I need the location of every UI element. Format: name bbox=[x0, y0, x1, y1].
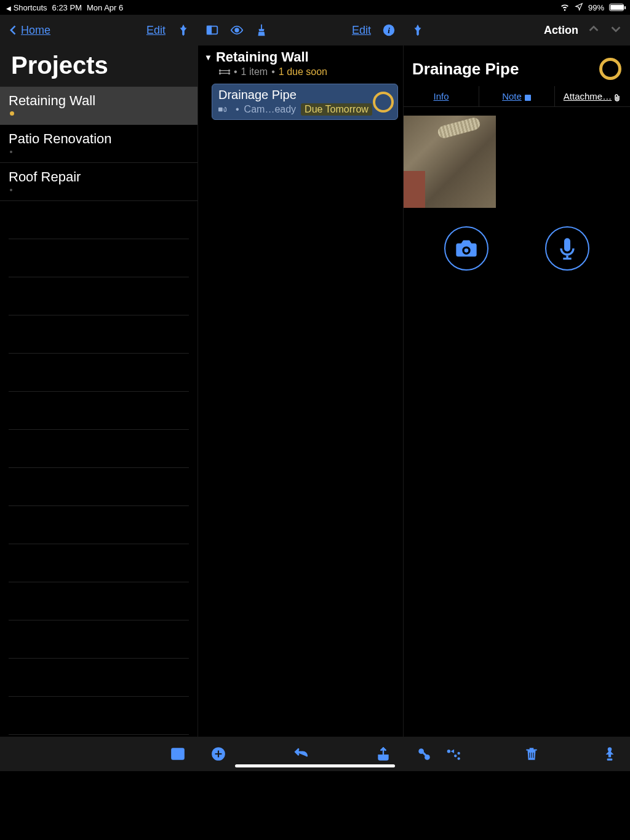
attachments-area bbox=[404, 107, 630, 289]
note-indicator-icon bbox=[524, 93, 532, 100]
projects-list: Retaining Wall Patio Renovation Roof Rep… bbox=[0, 87, 197, 737]
projects-pane: Home Edit Projects Retaining Wall Patio … bbox=[0, 15, 198, 737]
group-title: Retaining Wall bbox=[216, 49, 309, 65]
terminal-icon[interactable] bbox=[170, 746, 186, 762]
empty-row bbox=[9, 506, 189, 544]
task-title: Drainage Pipe bbox=[218, 88, 393, 102]
empty-row bbox=[9, 582, 189, 620]
svg-point-2 bbox=[235, 28, 239, 32]
empty-row bbox=[9, 239, 189, 277]
svg-rect-11 bbox=[218, 108, 223, 112]
empty-row bbox=[9, 544, 189, 582]
empty-row bbox=[9, 468, 189, 506]
project-row[interactable]: Retaining Wall bbox=[0, 87, 197, 125]
info-icon[interactable]: i bbox=[382, 23, 396, 37]
battery-icon bbox=[609, 4, 624, 11]
attachment-thumbnail[interactable] bbox=[404, 116, 496, 208]
sidebar-toggle-icon[interactable] bbox=[205, 23, 219, 37]
svg-point-8 bbox=[228, 70, 229, 71]
projects-nav: Home Edit bbox=[0, 15, 197, 46]
task-due-badge: Due Tomorrow bbox=[301, 103, 372, 116]
pin-icon[interactable] bbox=[411, 23, 425, 37]
empty-row bbox=[9, 430, 189, 468]
empty-row bbox=[9, 277, 189, 315]
project-name: Retaining Wall bbox=[9, 93, 189, 109]
svg-point-19 bbox=[447, 750, 450, 753]
add-button[interactable] bbox=[210, 746, 226, 762]
project-status-dot bbox=[10, 111, 14, 116]
svg-point-20 bbox=[454, 755, 457, 757]
due-soon-badge: 1 due soon bbox=[279, 66, 327, 77]
svg-rect-12 bbox=[525, 95, 531, 101]
eye-icon[interactable] bbox=[230, 23, 244, 37]
trash-button[interactable] bbox=[524, 746, 540, 762]
back-to-app[interactable]: ◀ Shortcuts bbox=[6, 3, 47, 12]
microphone-button[interactable] bbox=[545, 226, 589, 271]
projects-title: Projects bbox=[0, 46, 197, 87]
empty-row bbox=[9, 659, 189, 697]
project-name: Patio Renovation bbox=[9, 131, 189, 147]
pin-icon[interactable] bbox=[177, 23, 190, 37]
cleanup-icon[interactable] bbox=[255, 23, 268, 37]
parallel-icon bbox=[219, 66, 230, 77]
back-home-button[interactable]: Home bbox=[7, 24, 50, 37]
disclosure-triangle-icon[interactable]: ▼ bbox=[204, 53, 212, 62]
project-row[interactable]: Roof Repair bbox=[0, 163, 197, 201]
tasks-edit-button[interactable]: Edit bbox=[352, 24, 371, 37]
empty-row bbox=[9, 392, 189, 430]
svg-rect-1 bbox=[207, 26, 211, 34]
svg-point-10 bbox=[228, 73, 229, 74]
share-button[interactable] bbox=[375, 746, 391, 762]
wifi-icon bbox=[560, 2, 570, 14]
item-count: 1 item bbox=[241, 66, 268, 77]
action-label: Action bbox=[544, 24, 578, 37]
status-time: 6:23 PM bbox=[52, 3, 82, 12]
svg-point-22 bbox=[458, 757, 460, 759]
task-card[interactable]: Drainage Pipe • Cam…eady Due Tomorrow bbox=[212, 84, 398, 120]
detail-title: Drainage Pipe bbox=[412, 60, 519, 79]
svg-rect-25 bbox=[607, 759, 613, 761]
svg-rect-13 bbox=[172, 748, 184, 759]
detail-tabs: Info Note Attachme… bbox=[404, 86, 630, 107]
detail-pane: Action Drainage Pipe Info Note bbox=[404, 15, 630, 737]
attachment-indicator-icon bbox=[614, 93, 621, 100]
svg-point-7 bbox=[219, 70, 220, 71]
tab-attachments[interactable]: Attachme… bbox=[555, 86, 630, 106]
empty-row bbox=[9, 315, 189, 354]
camera-button[interactable] bbox=[444, 226, 488, 271]
upload-icon[interactable] bbox=[602, 746, 618, 762]
tab-note[interactable]: Note bbox=[479, 86, 555, 106]
project-name: Roof Repair bbox=[9, 169, 189, 185]
undo-button[interactable] bbox=[293, 746, 309, 762]
location-icon bbox=[575, 2, 583, 13]
status-date: Mon Apr 6 bbox=[87, 3, 123, 12]
svg-point-21 bbox=[458, 752, 460, 755]
prev-action-button[interactable] bbox=[587, 22, 600, 39]
tasks-nav: Edit i bbox=[198, 15, 403, 46]
battery-pct: 99% bbox=[588, 3, 604, 12]
project-status-dot bbox=[10, 189, 12, 191]
tasks-pane: Edit i ▼ Retaining Wall • 1 item • 1 due… bbox=[198, 15, 404, 737]
link-icon[interactable] bbox=[416, 746, 432, 762]
projects-edit-button[interactable]: Edit bbox=[146, 24, 165, 37]
svg-rect-15 bbox=[378, 755, 388, 760]
empty-row bbox=[9, 201, 189, 239]
svg-rect-18 bbox=[422, 751, 427, 756]
task-status-circle[interactable] bbox=[373, 92, 394, 113]
empty-row bbox=[9, 354, 189, 392]
project-row[interactable]: Patio Renovation bbox=[0, 125, 197, 163]
svg-point-9 bbox=[219, 73, 220, 74]
task-meta: Cam…eady bbox=[244, 104, 296, 115]
detail-nav: Action bbox=[404, 15, 630, 46]
empty-row bbox=[9, 620, 189, 659]
detail-status-circle[interactable] bbox=[599, 58, 621, 80]
status-bar: ◀ Shortcuts 6:23 PM Mon Apr 6 99% bbox=[0, 0, 630, 15]
project-status-dot bbox=[10, 151, 12, 153]
svg-text:i: i bbox=[388, 26, 390, 35]
group-header[interactable]: ▼ Retaining Wall • 1 item • 1 due soon bbox=[198, 46, 403, 80]
next-action-button[interactable] bbox=[609, 22, 623, 39]
tab-info[interactable]: Info bbox=[404, 86, 479, 106]
convert-icon[interactable] bbox=[445, 746, 461, 762]
note-attachment-icon bbox=[218, 104, 231, 115]
empty-row bbox=[9, 697, 189, 735]
